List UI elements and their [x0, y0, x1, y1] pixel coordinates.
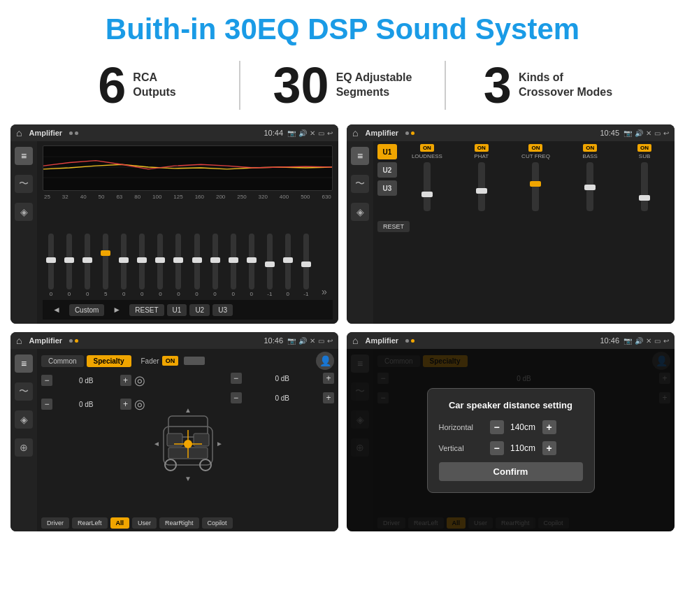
all-btn[interactable]: All	[110, 517, 130, 529]
rect-icon-1: ▭	[318, 129, 324, 137]
status-dots-2	[405, 131, 414, 135]
fader-minus-1[interactable]: −	[41, 399, 52, 410]
wave-icon[interactable]: 〜	[15, 175, 33, 193]
cutfreq-on[interactable]: ON	[528, 144, 542, 152]
eq-slider-9[interactable]: 0	[207, 234, 224, 297]
eq-slider-14[interactable]: -1	[298, 234, 315, 297]
phat-slider[interactable]	[478, 162, 485, 211]
fader-on-badge[interactable]: ON	[162, 356, 179, 366]
fader-top: Common Specialty Fader ON 👤	[41, 352, 334, 370]
eq-u2-btn[interactable]: U2	[189, 304, 210, 316]
amp-u1-btn[interactable]: U1	[377, 144, 397, 159]
eq-slider-0[interactable]: 0	[43, 234, 59, 297]
common-tab[interactable]: Common	[41, 355, 84, 367]
rearleft-btn[interactable]: RearLeft	[72, 517, 108, 529]
dialog-vertical-plus[interactable]: +	[542, 441, 556, 455]
confirm-button[interactable]: Confirm	[439, 462, 583, 481]
eq-custom-btn[interactable]: Custom	[69, 304, 104, 316]
eq-reset-btn[interactable]: RESET	[129, 304, 164, 316]
svg-text:►: ►	[216, 440, 223, 447]
eq-slider-6[interactable]: 0	[152, 234, 168, 297]
screen2-icons: 📷 🔊 ✕ ▭ ↩	[623, 129, 669, 137]
fader-minus-0[interactable]: −	[41, 375, 52, 386]
fader-plus-1[interactable]: +	[120, 399, 131, 410]
eq-slider-5[interactable]: 0	[134, 234, 150, 297]
eq-slider-13[interactable]: 0	[280, 234, 296, 297]
eq-slider-10[interactable]: 0	[225, 234, 242, 297]
home-icon-4: ⌂	[352, 335, 358, 346]
eq-slider-4[interactable]: 0	[115, 234, 132, 297]
eq-u1-btn[interactable]: U1	[167, 304, 187, 316]
amp-u2-btn[interactable]: U2	[377, 162, 397, 178]
phat-on[interactable]: ON	[475, 144, 489, 152]
speaker-icon-2[interactable]: ◈	[351, 203, 369, 221]
eq-u3-btn[interactable]: U3	[212, 304, 233, 316]
sub-on[interactable]: ON	[637, 144, 651, 152]
freq-500: 500	[301, 194, 310, 200]
freq-25: 25	[44, 194, 50, 200]
fader-slider[interactable]	[184, 357, 205, 365]
volume-icon-2: 🔊	[635, 129, 643, 137]
freq-160: 160	[195, 194, 204, 200]
wave-icon-3[interactable]: 〜	[15, 382, 33, 401]
eq-icon-2[interactable]: ≡	[351, 147, 369, 165]
freq-63: 63	[116, 194, 122, 200]
speaker-icon[interactable]: ◈	[15, 203, 33, 221]
dot5	[69, 339, 73, 343]
status-bar-1: ⌂ Amplifier 10:44 📷 🔊 ✕ ▭ ↩	[10, 124, 338, 141]
back-icon-4: ↩	[663, 337, 669, 345]
dialog-horizontal-minus[interactable]: −	[490, 420, 504, 434]
freq-32: 32	[62, 194, 68, 200]
fader-db-row-3: − 0 dB +	[231, 392, 335, 403]
dialog-vertical-ctrl: − 110cm +	[490, 441, 556, 455]
fader-minus-3[interactable]: −	[231, 392, 242, 403]
amp-u3-btn[interactable]: U3	[377, 180, 397, 196]
sub-slider[interactable]	[641, 162, 648, 211]
stat-eq-label1: EQ Adjustable	[336, 71, 412, 85]
eq-slider-2[interactable]: 0	[79, 234, 96, 297]
home-icon-1: ⌂	[16, 127, 22, 138]
loudness-slider[interactable]	[424, 162, 431, 211]
cutfreq-slider[interactable]	[532, 162, 539, 211]
eq-next-btn[interactable]: ►	[107, 303, 127, 317]
fader-plus-0[interactable]: +	[120, 375, 131, 386]
svg-text:◄: ◄	[153, 440, 160, 447]
copilot-btn[interactable]: Copilot	[202, 517, 233, 529]
loudness-on[interactable]: ON	[420, 144, 434, 152]
fader-right: − 0 dB + − 0 dB +	[231, 373, 335, 515]
specialty-tab[interactable]: Specialty	[87, 355, 131, 367]
bass-on[interactable]: ON	[583, 144, 597, 152]
rearright-btn[interactable]: RearRight	[159, 517, 199, 529]
dialog-title: Car speaker distance setting	[439, 400, 583, 410]
fader-plus-2[interactable]: +	[323, 373, 334, 384]
dialog-row-horizontal: Horizontal − 140cm +	[439, 420, 583, 434]
status-dots-4	[405, 339, 414, 343]
fader-plus-3[interactable]: +	[323, 392, 334, 403]
eq-slider-7[interactable]: 0	[170, 234, 187, 297]
eq-prev-btn[interactable]: ◄	[47, 303, 66, 317]
side-icons-1: ≡ 〜 ◈	[10, 141, 37, 324]
eq-slider-12[interactable]: -1	[261, 234, 278, 297]
freq-50: 50	[99, 194, 105, 200]
fader-minus-2[interactable]: −	[231, 373, 242, 384]
eq-main: 25 32 40 50 63 80 100 125 160 200 250 32…	[37, 141, 338, 324]
screen3-content: ≡ 〜 ◈ ⊕ Common Specialty Fader ON 👤	[10, 349, 338, 531]
user-btn[interactable]: User	[132, 517, 157, 529]
balance-icon[interactable]: ⊕	[15, 438, 33, 457]
dialog-vertical-minus[interactable]: −	[490, 441, 504, 455]
eq-slider-11[interactable]: 0	[243, 234, 260, 297]
eq-icon[interactable]: ≡	[15, 147, 33, 165]
eq-slider-8[interactable]: 0	[189, 234, 206, 297]
amp-reset-btn[interactable]: RESET	[377, 221, 410, 232]
fader-main: Common Specialty Fader ON 👤 − 0 dB + ◎	[37, 349, 338, 531]
eq-icon-3[interactable]: ≡	[15, 354, 33, 373]
eq-slider-1[interactable]: 0	[61, 234, 78, 297]
wave-icon-2[interactable]: 〜	[351, 175, 369, 193]
bass-slider[interactable]	[586, 162, 593, 211]
stat-eq-label2: Segments	[336, 85, 412, 100]
screen-crossover: ⌂ Amplifier 10:45 📷 🔊 ✕ ▭ ↩ ≡ 〜 ◈	[347, 124, 675, 324]
driver-btn[interactable]: Driver	[41, 517, 69, 529]
dialog-horizontal-plus[interactable]: +	[542, 420, 556, 434]
speaker-icon-3[interactable]: ◈	[15, 410, 33, 429]
eq-slider-3[interactable]: 5	[97, 234, 114, 297]
